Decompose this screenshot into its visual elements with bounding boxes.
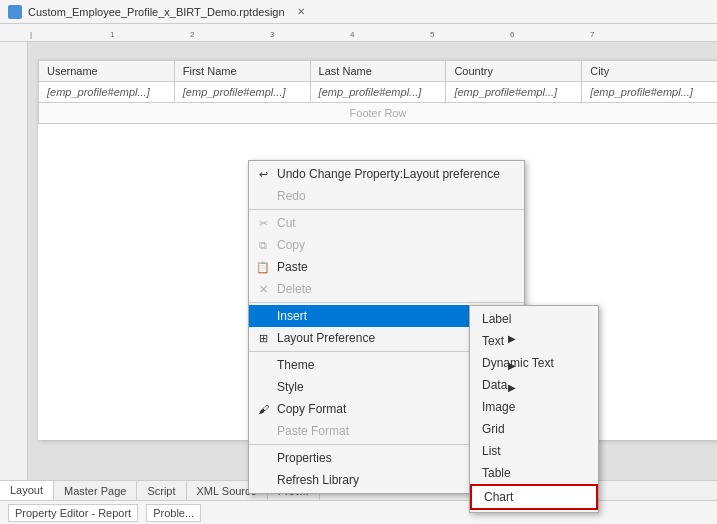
submenu-chart-text: Chart xyxy=(484,490,513,504)
ruler-inner: | 1 2 3 4 5 6 7 xyxy=(30,24,687,41)
refresh-icon xyxy=(255,472,271,488)
ruler-mark: 5 xyxy=(430,30,434,39)
menu-item-delete: ✕ Delete xyxy=(249,278,524,300)
ruler: | 1 2 3 4 5 6 7 xyxy=(0,24,717,42)
menu-item-cut: ✂ Cut xyxy=(249,212,524,234)
menu-label-properties: Properties xyxy=(277,451,332,465)
tab-master-page-label: Master Page xyxy=(64,485,126,497)
undo-icon: ↩ xyxy=(255,166,271,182)
paste-format-icon xyxy=(255,423,271,439)
menu-item-layout-pref[interactable]: ⊞ Layout Preference ▶ xyxy=(249,327,524,349)
menu-item-refresh-library[interactable]: Refresh Library xyxy=(249,469,524,491)
menu-item-insert[interactable]: Insert ▶ Label Text Dynamic Text Data xyxy=(249,305,524,327)
layout-pref-arrow: ▶ xyxy=(508,333,516,344)
paste-icon: 📋 xyxy=(255,259,271,275)
design-table: Username First Name Last Name Country Ci… xyxy=(38,60,717,124)
theme-icon xyxy=(255,357,271,373)
delete-icon: ✕ xyxy=(255,281,271,297)
ruler-mark: 6 xyxy=(510,30,514,39)
footer-row: Footer Row xyxy=(39,103,718,124)
cell-username: [emp_profile#empl...] xyxy=(39,82,175,103)
menu-label-copy: Copy xyxy=(277,238,305,252)
menu-label-insert: Insert xyxy=(277,309,307,323)
title-text: Custom_Employee_Profile_x_BIRT_Demo.rptd… xyxy=(28,6,285,18)
ruler-mark: | xyxy=(30,30,32,39)
theme-arrow: ▶ xyxy=(508,360,516,371)
cell-firstname: [emp_profile#empl...] xyxy=(174,82,310,103)
ruler-mark: 2 xyxy=(190,30,194,39)
insert-icon xyxy=(255,308,271,324)
menu-label-copy-format: Copy Format xyxy=(277,402,346,416)
style-icon xyxy=(255,379,271,395)
menu-item-style[interactable]: Style ▶ xyxy=(249,376,524,398)
menu-label-undo: Undo Change Property:Layout preference xyxy=(277,167,500,181)
menu-label-theme: Theme xyxy=(277,358,314,372)
property-editor-label: Property Editor - Report xyxy=(15,507,131,519)
menu-item-paste-format: Paste Format xyxy=(249,420,524,442)
close-icon[interactable]: ✕ xyxy=(297,6,305,17)
menu-label-paste-format: Paste Format xyxy=(277,424,349,438)
ruler-mark: 1 xyxy=(110,30,114,39)
cell-city: [emp_profile#empl...] xyxy=(582,82,717,103)
cell-lastname: [emp_profile#empl...] xyxy=(310,82,446,103)
status-bar: Property Editor - Report Proble... xyxy=(0,500,717,524)
file-icon xyxy=(8,5,22,19)
title-bar: Custom_Employee_Profile_x_BIRT_Demo.rptd… xyxy=(0,0,717,24)
tab-master-page[interactable]: Master Page xyxy=(54,481,137,500)
tab-layout-label: Layout xyxy=(10,484,43,496)
tab-script-label: Script xyxy=(147,485,175,497)
left-gutter xyxy=(0,42,28,480)
redo-icon xyxy=(255,188,271,204)
copy-format-icon: 🖌 xyxy=(255,401,271,417)
menu-label-paste: Paste xyxy=(277,260,308,274)
footer-label: Footer Row xyxy=(39,103,718,124)
separator-2 xyxy=(249,302,524,303)
menu-item-redo: Redo xyxy=(249,185,524,207)
menu-item-paste[interactable]: 📋 Paste xyxy=(249,256,524,278)
col-header-username: Username xyxy=(39,61,175,82)
menu-item-undo[interactable]: ↩ Undo Change Property:Layout preference xyxy=(249,163,524,185)
ruler-mark: 4 xyxy=(350,30,354,39)
col-header-lastname: Last Name xyxy=(310,61,446,82)
problems-label: Proble... xyxy=(153,507,194,519)
property-editor-panel: Property Editor - Report xyxy=(8,504,138,522)
submenu-label-text: Label xyxy=(482,312,511,326)
properties-icon xyxy=(255,450,271,466)
separator-1 xyxy=(249,209,524,210)
menu-label-cut: Cut xyxy=(277,216,296,230)
menu-item-copy-format[interactable]: 🖌 Copy Format xyxy=(249,398,524,420)
col-header-city: City xyxy=(582,61,717,82)
cut-icon: ✂ xyxy=(255,215,271,231)
cell-country: [emp_profile#empl...] xyxy=(446,82,582,103)
tab-layout[interactable]: Layout xyxy=(0,481,54,500)
menu-item-copy: ⧉ Copy xyxy=(249,234,524,256)
tab-script[interactable]: Script xyxy=(137,481,186,500)
context-menu: ↩ Undo Change Property:Layout preference… xyxy=(248,160,525,494)
col-header-country: Country xyxy=(446,61,582,82)
ruler-mark: 3 xyxy=(270,30,274,39)
menu-label-style: Style xyxy=(277,380,304,394)
menu-label-refresh-library: Refresh Library xyxy=(277,473,359,487)
problems-panel: Proble... xyxy=(146,504,201,522)
layout-pref-icon: ⊞ xyxy=(255,330,271,346)
data-row: [emp_profile#empl...] [emp_profile#empl.… xyxy=(39,82,718,103)
menu-item-properties[interactable]: Properties xyxy=(249,447,524,469)
menu-label-delete: Delete xyxy=(277,282,312,296)
style-arrow: ▶ xyxy=(508,382,516,393)
menu-label-layout-pref: Layout Preference xyxy=(277,331,375,345)
copy-icon: ⧉ xyxy=(255,237,271,253)
col-header-firstname: First Name xyxy=(174,61,310,82)
context-menu-overlay: ↩ Undo Change Property:Layout preference… xyxy=(248,160,525,494)
header-row: Username First Name Last Name Country Ci… xyxy=(39,61,718,82)
ruler-mark: 7 xyxy=(590,30,594,39)
menu-item-theme[interactable]: Theme ▶ xyxy=(249,354,524,376)
menu-label-redo: Redo xyxy=(277,189,306,203)
